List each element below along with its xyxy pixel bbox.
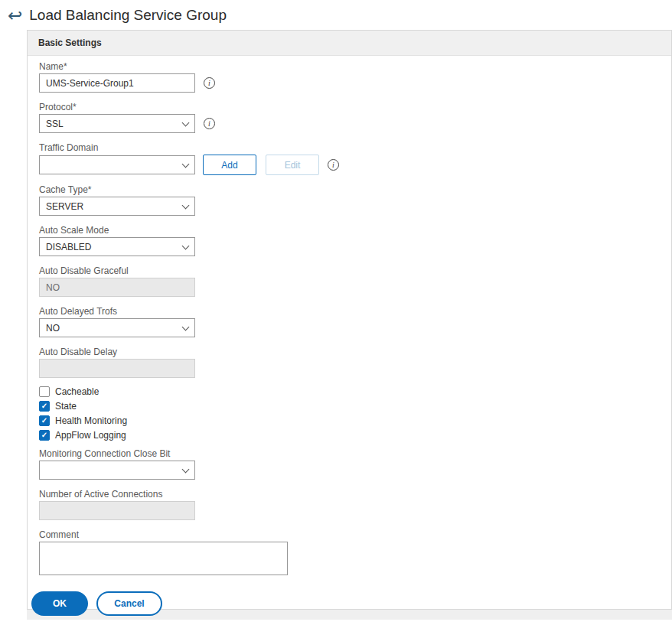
monitoring-connection-close-bit-field-group: Monitoring Connection Close Bit (39, 448, 671, 480)
chevron-down-icon (182, 160, 190, 168)
chevron-down-icon (182, 201, 190, 209)
edit-button: Edit (266, 155, 319, 175)
protocol-label: Protocol* (39, 102, 671, 112)
appflow-logging-checkbox-row: ✓ AppFlow Logging (39, 430, 671, 441)
info-icon[interactable]: i (204, 77, 215, 89)
name-field-group: Name* i (39, 61, 671, 93)
check-icon: ✓ (41, 402, 47, 410)
number-of-active-connections-input (39, 501, 195, 520)
cache-type-select[interactable]: SERVER (39, 197, 195, 216)
auto-disable-graceful-label: Auto Disable Graceful (39, 265, 671, 276)
auto-scale-mode-select-value: DISABLED (46, 242, 91, 252)
health-monitoring-checkbox-row: ✓ Health Monitoring (39, 415, 671, 426)
cacheable-checkbox[interactable]: ✓ (39, 386, 50, 397)
add-button[interactable]: Add (203, 155, 256, 175)
number-of-active-connections-field-group: Number of Active Connections (39, 489, 671, 520)
back-arrow-icon[interactable]: ↩ (8, 7, 22, 24)
cache-type-field-group: Cache Type* SERVER (39, 184, 671, 216)
cache-type-select-value: SERVER (46, 201, 83, 212)
auto-disable-graceful-input (39, 278, 195, 297)
auto-disable-delay-field-group: Auto Disable Delay (39, 347, 671, 378)
ok-button[interactable]: OK (31, 591, 88, 616)
traffic-domain-select[interactable] (39, 155, 195, 174)
protocol-select-value: SSL (46, 119, 64, 129)
panel-title: Basic Settings (38, 37, 102, 48)
monitoring-connection-close-bit-label: Monitoring Connection Close Bit (39, 448, 671, 459)
protocol-select[interactable]: SSL (39, 114, 195, 133)
auto-disable-delay-input (39, 359, 195, 378)
auto-delayed-trofs-label: Auto Delayed Trofs (39, 306, 671, 317)
auto-delayed-trofs-select[interactable]: NO (39, 318, 195, 337)
check-icon: ✓ (41, 417, 47, 425)
health-monitoring-checkbox-label: Health Monitoring (55, 415, 127, 426)
health-monitoring-checkbox[interactable]: ✓ (39, 415, 50, 426)
chevron-down-icon (182, 242, 190, 249)
auto-scale-mode-field-group: Auto Scale Mode DISABLED (39, 225, 671, 256)
auto-disable-delay-label: Auto Disable Delay (39, 347, 671, 357)
comment-field-group: Comment (39, 529, 671, 578)
traffic-domain-field-group: Traffic Domain Add Edit i (39, 142, 671, 175)
page-header: ↩ Load Balancing Service Group (0, 0, 672, 30)
appflow-logging-checkbox-label: AppFlow Logging (55, 430, 126, 441)
comment-textarea[interactable] (39, 542, 288, 575)
comment-label: Comment (39, 529, 671, 540)
cacheable-checkbox-label: Cacheable (55, 386, 99, 397)
auto-scale-mode-select[interactable]: DISABLED (39, 237, 195, 256)
info-icon[interactable]: i (328, 159, 339, 171)
state-checkbox[interactable]: ✓ (39, 401, 50, 412)
name-input[interactable] (39, 73, 195, 93)
chevron-down-icon (182, 465, 190, 473)
state-checkbox-row: ✓ State (39, 401, 671, 412)
cancel-button[interactable]: Cancel (96, 591, 162, 616)
auto-disable-graceful-field-group: Auto Disable Graceful (39, 265, 671, 297)
cache-type-label: Cache Type* (39, 184, 671, 195)
panel-header: Basic Settings (28, 31, 671, 56)
appflow-logging-checkbox[interactable]: ✓ (39, 430, 50, 441)
monitoring-connection-close-bit-select[interactable] (39, 461, 195, 480)
basic-settings-panel: Basic Settings Name* i Protocol* SSL i T… (27, 30, 672, 610)
chevron-down-icon (182, 323, 190, 330)
auto-delayed-trofs-field-group: Auto Delayed Trofs NO (39, 306, 671, 337)
protocol-field-group: Protocol* SSL i (39, 102, 671, 133)
number-of-active-connections-label: Number of Active Connections (39, 489, 671, 500)
name-label: Name* (39, 61, 671, 72)
auto-delayed-trofs-select-value: NO (46, 323, 60, 334)
checkbox-section: ✓ Cacheable ✓ State ✓ Health Monitoring … (39, 386, 671, 441)
chevron-down-icon (182, 119, 190, 126)
check-icon: ✓ (41, 431, 47, 439)
cacheable-checkbox-row: ✓ Cacheable (39, 386, 671, 397)
state-checkbox-label: State (55, 401, 77, 412)
traffic-domain-label: Traffic Domain (39, 142, 671, 153)
auto-scale-mode-label: Auto Scale Mode (39, 225, 671, 236)
page-title: Load Balancing Service Group (29, 7, 227, 24)
info-icon[interactable]: i (204, 118, 215, 129)
